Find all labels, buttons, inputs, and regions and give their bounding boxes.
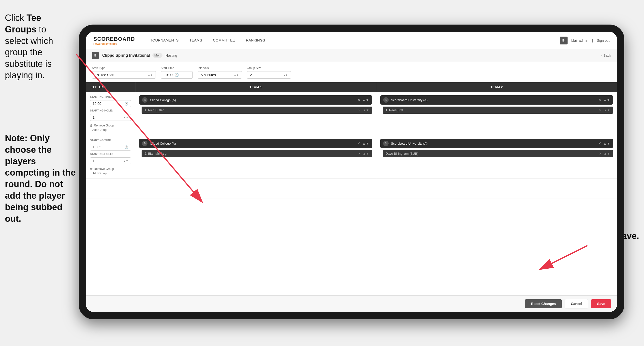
team-cell-3-1 — [135, 179, 376, 198]
team-cell-1-1: B Clippd College (A) ✕ ▲▼ 1. Rich Butler — [135, 92, 376, 135]
player-close-2-2[interactable]: ✕ — [599, 152, 602, 155]
player-card-2-1[interactable]: 2. Blair McHarg ✕ ▲▼ — [142, 150, 372, 157]
nav-committee[interactable]: COMMITTEE — [208, 32, 240, 49]
player-name-2-1: 2. Blair McHarg — [144, 152, 356, 155]
player-close-1-2[interactable]: ✕ — [599, 108, 602, 112]
save-button[interactable]: Save — [591, 299, 611, 308]
starting-hole-label-1: STARTING HOLE: — [90, 109, 131, 112]
start-time-group: Start Time 10:00 🕐 — [161, 66, 193, 79]
tee-actions-1: 🗑Remove Group + Add Group — [90, 124, 131, 132]
player-expand-1-1[interactable]: ▲▼ — [363, 108, 369, 112]
starting-time-input-2[interactable]: 10:05 🕐 — [90, 144, 131, 151]
start-type-select[interactable]: 1st Tee Start ▲▼ — [92, 71, 156, 79]
hosting-label: Hosting — [166, 53, 177, 57]
team-close-2-2[interactable]: ✕ — [598, 141, 601, 145]
team-name-1-1: Clippd College (A) — [150, 98, 355, 102]
remove-group-button-2[interactable]: 🗑Remove Group — [90, 167, 131, 171]
team-icon-2-1: B — [142, 141, 148, 146]
tournament-badge: Men — [152, 53, 162, 58]
starting-hole-input-2[interactable]: 1 ▲▼ — [90, 157, 131, 164]
add-group-button-2[interactable]: + Add Group — [90, 172, 131, 175]
remove-group-button-1[interactable]: 🗑Remove Group — [90, 124, 131, 127]
player-name-1-1: 1. Rich Butler — [144, 108, 356, 112]
player-card-actions-1-2: ✕ ▲▼ — [599, 108, 610, 112]
nav-rankings[interactable]: RANKINGS — [240, 32, 270, 49]
team-icon-2-2: S — [383, 141, 388, 146]
team-expand-1-2[interactable]: ▲▼ — [603, 98, 610, 102]
player-card-actions-2-1: ✕ ▲▼ — [358, 152, 369, 155]
settings-row: Start Type 1st Tee Start ▲▼ Start Time 1… — [86, 62, 617, 82]
team-cell-2-2: S Scoreboard University (A) ✕ ▲▼ Dave Bi… — [376, 135, 617, 179]
intervals-select[interactable]: 5 Minutes ▲▼ — [198, 71, 242, 79]
start-type-label: Start Type — [92, 66, 156, 70]
team-card-2-2[interactable]: S Scoreboard University (A) ✕ ▲▼ — [380, 139, 613, 148]
tee-row-2: STARTING TIME: 10:05 🕐 STARTING HOLE: 1 … — [86, 135, 617, 179]
group-size-label: Group Size — [247, 66, 291, 70]
tee-rows-container: STARTING TIME: 10:00 🕐 STARTING HOLE: 1 … — [86, 92, 617, 296]
tablet-device: SCOREBOARD Powered by clippd TOURNAMENTS… — [79, 24, 624, 319]
table-header: Tee Time Team 1 Team 2 — [86, 82, 617, 92]
player-close-1-1[interactable]: ✕ — [358, 108, 361, 112]
navbar: SCOREBOARD Powered by clippd TOURNAMENTS… — [86, 32, 617, 49]
nav-teams[interactable]: TEAMS — [184, 32, 208, 49]
starting-time-label-2: STARTING TIME: — [90, 139, 131, 142]
player-card-actions-2-2: ✕ ▲▼ — [599, 152, 610, 155]
add-group-button-1[interactable]: + Add Group — [90, 128, 131, 132]
team-expand-2-2[interactable]: ▲▼ — [603, 141, 610, 145]
team-card-actions-2-2: ✕ ▲▼ — [598, 141, 610, 145]
tee-actions-2: 🗑Remove Group + Add Group — [90, 167, 131, 175]
player-name-2-2: Dave Billingham (SUB) — [386, 152, 597, 155]
team-card-actions-1-2: ✕ ▲▼ — [598, 98, 610, 102]
player-card-actions-1-1: ✕ ▲▼ — [358, 108, 369, 112]
start-time-label: Start Time — [161, 66, 193, 70]
tee-row-2-teams: B Clippd College (A) ✕ ▲▼ 2. Blair McHar… — [135, 135, 617, 179]
tee-row-2-left: STARTING TIME: 10:05 🕐 STARTING HOLE: 1 … — [86, 135, 135, 179]
player-expand-2-2[interactable]: ▲▼ — [604, 152, 610, 155]
player-card-1-1[interactable]: 1. Rich Butler ✕ ▲▼ — [142, 107, 372, 114]
team-card-2-1[interactable]: B Clippd College (A) ✕ ▲▼ — [139, 139, 372, 148]
team-expand-2-1[interactable]: ▲▼ — [362, 141, 369, 145]
player-close-2-1[interactable]: ✕ — [358, 152, 361, 155]
team-name-2-1: Clippd College (A) — [150, 142, 355, 145]
player-card-2-2[interactable]: Dave Billingham (SUB) ✕ ▲▼ — [383, 150, 613, 157]
sign-out-link[interactable]: Sign out — [597, 38, 610, 42]
tee-row-3-teams — [135, 179, 617, 198]
logo-scoreboard: SCOREBOARD — [94, 36, 135, 42]
player-expand-1-2[interactable]: ▲▼ — [604, 108, 610, 112]
starting-time-label-1: STARTING TIME: — [90, 95, 131, 98]
bottom-bar: Reset Changes Cancel Save — [86, 296, 617, 312]
starting-time-input-1[interactable]: 10:00 🕐 — [90, 100, 131, 107]
nav-right: B blair admin | Sign out — [560, 36, 610, 44]
reset-changes-button[interactable]: Reset Changes — [525, 299, 562, 308]
player-expand-2-1[interactable]: ▲▼ — [363, 152, 369, 155]
th-tee-time: Tee Time — [86, 82, 135, 92]
team-card-1-2[interactable]: S Scoreboard University (A) ✕ ▲▼ — [380, 95, 613, 105]
tee-row-1-left: STARTING TIME: 10:00 🕐 STARTING HOLE: 1 … — [86, 92, 135, 135]
user-avatar: B — [560, 36, 568, 44]
group-size-group: Group Size 2 ▲▼ — [247, 66, 291, 79]
starting-hole-label-2: STARTING HOLE: — [90, 152, 131, 155]
nav-links: TOURNAMENTS TEAMS COMMITTEE RANKINGS — [145, 32, 271, 49]
team-card-1-1[interactable]: B Clippd College (A) ✕ ▲▼ — [139, 95, 372, 105]
team-close-1-1[interactable]: ✕ — [358, 98, 360, 102]
main-content: Start Type 1st Tee Start ▲▼ Start Time 1… — [86, 62, 617, 312]
team-cell-1-2: S Scoreboard University (A) ✕ ▲▼ 1. Rees… — [376, 92, 617, 135]
team-close-1-2[interactable]: ✕ — [598, 98, 601, 102]
player-card-1-2[interactable]: 1. Rees Britt ✕ ▲▼ — [383, 107, 613, 114]
team-expand-1-1[interactable]: ▲▼ — [362, 98, 369, 102]
team-name-1-2: Scoreboard University (A) — [391, 98, 596, 102]
tournament-title: Clippd Spring Invitational — [102, 53, 150, 58]
back-button[interactable]: ‹ Back — [601, 53, 611, 57]
th-team2: Team 2 — [376, 82, 617, 92]
nav-tournaments[interactable]: TOURNAMENTS — [145, 32, 184, 49]
group-size-select[interactable]: 2 ▲▼ — [247, 71, 291, 79]
start-time-input[interactable]: 10:00 🕐 — [161, 71, 193, 79]
starting-hole-input-1[interactable]: 1 ▲▼ — [90, 114, 131, 121]
cancel-button[interactable]: Cancel — [564, 299, 588, 309]
tee-row-1: STARTING TIME: 10:00 🕐 STARTING HOLE: 1 … — [86, 92, 617, 135]
team-close-2-1[interactable]: ✕ — [358, 141, 360, 145]
username: blair admin — [572, 38, 588, 42]
intervals-group: Intervals 5 Minutes ▲▼ — [198, 66, 242, 79]
team-card-actions-1-1: ✕ ▲▼ — [358, 98, 369, 102]
tablet-screen: SCOREBOARD Powered by clippd TOURNAMENTS… — [86, 32, 617, 312]
